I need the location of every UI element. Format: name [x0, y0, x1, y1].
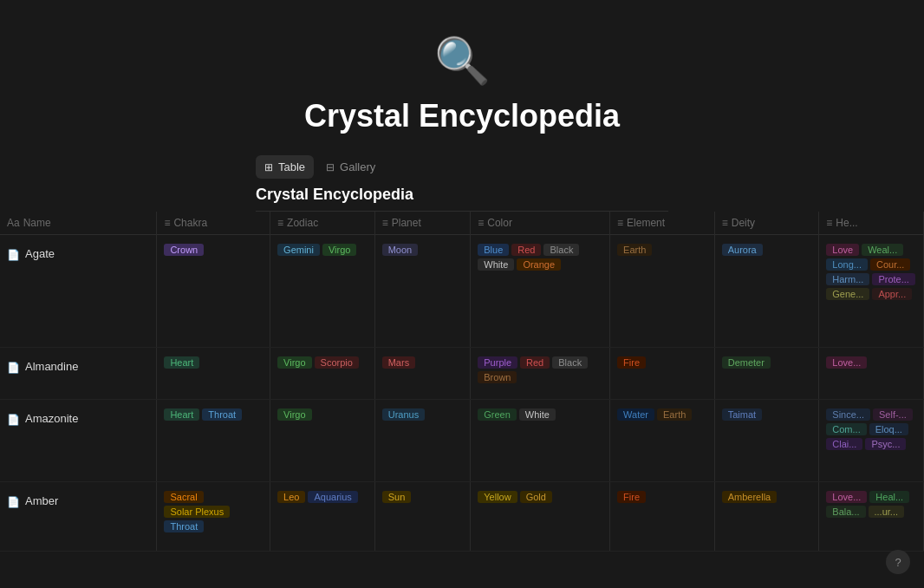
- cell-deity: Demeter: [714, 348, 819, 400]
- tag-color[interactable]: Purple: [478, 356, 517, 369]
- tag-healing[interactable]: Com...: [826, 423, 866, 435]
- tag-zodiac[interactable]: Virgo: [277, 408, 311, 421]
- crystal-name[interactable]: Amber: [25, 494, 58, 507]
- tag-color[interactable]: Black: [552, 356, 588, 369]
- tag-planet[interactable]: Mars: [382, 356, 415, 369]
- tag-deity[interactable]: Demeter: [722, 356, 771, 369]
- tag-color[interactable]: Black: [543, 244, 579, 256]
- crystal-name[interactable]: Almandine: [25, 360, 78, 373]
- tag-zodiac[interactable]: Leo: [277, 491, 305, 503]
- tag-color[interactable]: Brown: [478, 371, 517, 383]
- col-header-color: ≡ Color: [471, 212, 610, 235]
- tag-element[interactable]: Earth: [617, 244, 652, 256]
- tag-deity[interactable]: Taimat: [722, 408, 762, 421]
- tag-zodiac[interactable]: Virgo: [322, 244, 356, 256]
- col-name-icon: Aa: [7, 217, 20, 229]
- tag-color[interactable]: Red: [511, 244, 541, 256]
- tag-element[interactable]: Fire: [617, 356, 646, 369]
- col-header-healing: ≡ He...: [819, 212, 924, 235]
- tag-chakra[interactable]: Crown: [164, 244, 204, 256]
- tag-chakra[interactable]: Sacral: [164, 491, 203, 503]
- col-header-name: Aa Name: [0, 212, 157, 235]
- header-area: 🔍 Crystal Encyclopedia: [0, 0, 924, 155]
- table-row[interactable]: 📄AmazoniteHeartThroatVirgoUranusGreenWhi…: [0, 400, 924, 482]
- tag-healing[interactable]: Love...: [826, 491, 867, 503]
- cell-healing: Love...Heal...Bala......ur...: [819, 482, 924, 552]
- gallery-tab-icon: ⊟: [326, 161, 335, 173]
- cell-zodiac: GeminiVirgo: [270, 235, 375, 348]
- col-chakra-icon: ≡: [164, 217, 170, 229]
- crystal-name[interactable]: Amazonite: [25, 412, 78, 425]
- col-color-icon: ≡: [478, 217, 484, 229]
- tag-healing[interactable]: Harm...: [826, 273, 869, 285]
- tag-zodiac[interactable]: Scorpio: [315, 356, 359, 369]
- crystal-name[interactable]: Agate: [25, 247, 55, 260]
- cell-planet: Mars: [374, 348, 471, 400]
- tag-healing[interactable]: Cour...: [870, 258, 910, 271]
- tag-color[interactable]: Gold: [520, 491, 552, 503]
- tag-planet[interactable]: Moon: [382, 244, 419, 256]
- cell-zodiac: VirgoScorpio: [270, 348, 375, 400]
- tag-element[interactable]: Water: [617, 408, 654, 421]
- table-header-row: Aa Name ≡ Chakra ≡: [0, 212, 924, 235]
- tag-color[interactable]: Orange: [517, 258, 561, 271]
- cell-deity: Taimat: [714, 400, 819, 482]
- tag-color[interactable]: White: [519, 408, 556, 421]
- tab-gallery[interactable]: ⊟ Gallery: [317, 155, 384, 179]
- tag-chakra[interactable]: Solar Plexus: [164, 506, 230, 518]
- cell-element: Fire: [610, 482, 715, 552]
- table-row[interactable]: 📄AgateCrownGeminiVirgoMoonBlueRedBlackWh…: [0, 235, 924, 348]
- tag-color[interactable]: Green: [478, 408, 517, 421]
- col-header-planet: ≡ Planet: [374, 212, 471, 235]
- doc-icon: 📄: [7, 496, 20, 508]
- tag-healing[interactable]: Gene...: [826, 288, 869, 300]
- page-title: Crystal Encyclopedia: [304, 98, 620, 134]
- cell-chakra: Crown: [157, 235, 270, 348]
- tag-healing[interactable]: ...ur...: [869, 506, 905, 518]
- tag-chakra[interactable]: Heart: [164, 408, 199, 421]
- tag-healing[interactable]: Weal...: [862, 244, 903, 256]
- tag-zodiac[interactable]: Gemini: [277, 244, 320, 256]
- doc-icon: 📄: [7, 249, 20, 261]
- tag-deity[interactable]: Aurora: [722, 244, 763, 256]
- tag-healing[interactable]: Love: [826, 244, 859, 256]
- tag-color[interactable]: Yellow: [478, 491, 517, 503]
- tag-healing[interactable]: Appr...: [872, 288, 912, 300]
- tag-color[interactable]: Red: [520, 356, 550, 369]
- tag-element[interactable]: Fire: [617, 491, 646, 503]
- cell-name: 📄Almandine: [0, 348, 157, 400]
- tag-element[interactable]: Earth: [657, 408, 692, 421]
- tag-healing[interactable]: Heal...: [869, 491, 909, 503]
- tag-healing[interactable]: Psyc...: [865, 438, 906, 450]
- cell-deity: Amberella: [714, 482, 819, 552]
- help-button[interactable]: ?: [886, 550, 910, 574]
- tag-color[interactable]: White: [478, 258, 514, 271]
- tag-healing[interactable]: Clai...: [826, 438, 862, 450]
- table-tab-icon: ⊞: [264, 161, 273, 173]
- tag-zodiac[interactable]: Virgo: [277, 356, 311, 369]
- table-row[interactable]: 📄AmberSacralSolar PlexusThroatLeoAquariu…: [0, 482, 924, 552]
- tag-healing[interactable]: Self-...: [873, 408, 913, 421]
- tag-planet[interactable]: Sun: [382, 491, 412, 503]
- tag-healing[interactable]: Bala...: [826, 506, 865, 518]
- tag-zodiac[interactable]: Aquarius: [308, 491, 357, 503]
- page-container: 🔍 Crystal Encyclopedia ⊞ Table ⊟ Gallery…: [0, 0, 924, 552]
- table-row[interactable]: 📄AlmandineHeartVirgoScorpioMarsPurpleRed…: [0, 348, 924, 400]
- cell-element: Fire: [610, 348, 715, 400]
- tab-table[interactable]: ⊞ Table: [256, 155, 314, 179]
- tag-color[interactable]: Blue: [478, 244, 509, 256]
- tag-healing[interactable]: Love...: [826, 356, 867, 369]
- tabs-bar: ⊞ Table ⊟ Gallery: [0, 155, 924, 179]
- tag-healing[interactable]: Eloq...: [869, 423, 908, 435]
- tag-deity[interactable]: Amberella: [722, 491, 778, 503]
- tag-chakra[interactable]: Throat: [202, 408, 242, 421]
- cell-color: BlueRedBlackWhiteOrange: [471, 235, 610, 348]
- tag-chakra[interactable]: Throat: [164, 520, 204, 532]
- main-table: Aa Name ≡ Chakra ≡: [0, 212, 924, 552]
- cell-zodiac: Virgo: [270, 400, 375, 482]
- tag-planet[interactable]: Uranus: [382, 408, 425, 421]
- tag-healing[interactable]: Prote...: [872, 273, 914, 285]
- tag-healing[interactable]: Since...: [826, 408, 870, 421]
- tag-chakra[interactable]: Heart: [164, 356, 199, 369]
- tag-healing[interactable]: Long...: [826, 258, 868, 271]
